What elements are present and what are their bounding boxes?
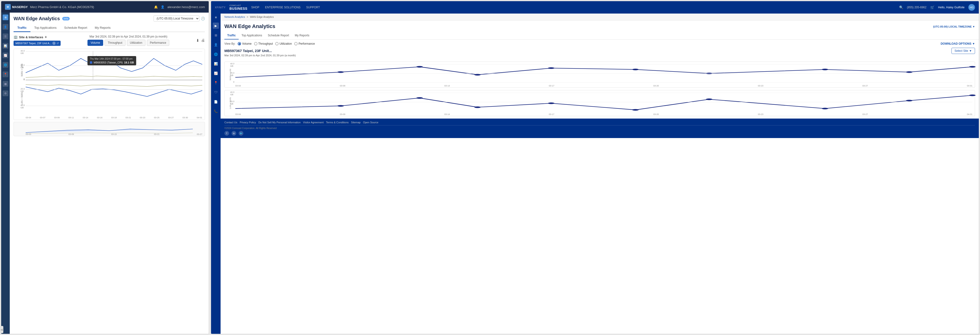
add-interface-icon[interactable]: + (45, 35, 47, 39)
chart-tooltip: Thu Mar 14th 2024 07:00 pm - 07:00 pm MB… (88, 56, 136, 65)
svg-point-12 (474, 106, 481, 108)
radio-volume[interactable]: Volume (238, 42, 251, 45)
linkedin-icon[interactable]: in (232, 131, 236, 136)
sidebar-icon-chart[interactable]: 📊 (3, 43, 8, 49)
chart-controls: Mar 3rd 2024, 02:39 pm to Apr 2nd 2024, … (88, 35, 169, 46)
masergy-logo-text: MASERGY (12, 5, 28, 9)
footer-visitor[interactable]: Visitor Agreement (303, 121, 324, 124)
sidebar-icon-network[interactable]: 🌐 (3, 62, 8, 68)
download-options-btn[interactable]: DOWNLOAD OPTIONS ▼ (940, 42, 975, 45)
rsi-user-icon[interactable]: 👤 (213, 41, 219, 48)
user-email: alexander.hess@merz.com (167, 5, 205, 9)
print-icon[interactable]: 🖨 (201, 38, 205, 43)
view-by-label: View By: (224, 42, 235, 45)
sidebar-icon-list[interactable]: ☰ (3, 33, 8, 39)
right-tab-traffic[interactable]: Traffic (224, 32, 239, 40)
x-label-0304: 03-04 (25, 116, 31, 119)
clock-icon[interactable]: 🕐 (201, 17, 205, 21)
right-timezone[interactable]: (UTC-05:00) LOCAL TIMEZONE ▼ (933, 25, 975, 28)
rsi-shield-icon[interactable]: 🛡 (213, 89, 219, 95)
tooltip-value: 18.1 GB (124, 61, 134, 64)
x-label-0314: 03-14 (83, 116, 88, 119)
bell-icon[interactable]: 🔔 (154, 5, 158, 9)
site-interfaces-panel: 🏢 Site & Interfaces + MB597367 Taipei, 2… (14, 35, 60, 46)
view-utilization-btn[interactable]: Utilization (127, 40, 145, 46)
sidebar-icon-gear[interactable]: ⚙ (3, 90, 8, 96)
svg-point-15 (706, 98, 712, 100)
rb-x-0309: 03-09 (340, 113, 345, 116)
reset-icon[interactable]: ↺ (57, 42, 59, 45)
x-label-0401: 04-01 (197, 116, 202, 119)
tab-my-reports[interactable]: My Reports (91, 24, 115, 32)
radio-throughput-circle[interactable] (254, 42, 258, 45)
rsi-chart-icon[interactable]: 📈 (213, 70, 219, 76)
radio-volume-circle[interactable] (238, 42, 241, 45)
radio-throughput[interactable]: Throughput (254, 42, 273, 45)
view-throughput-btn[interactable]: Throughput (105, 40, 125, 46)
bottom-chart-svg (25, 82, 202, 106)
view-performance-btn[interactable]: Performance (147, 40, 169, 46)
radio-utilization-circle[interactable] (275, 42, 278, 45)
footer-contact[interactable]: Contact Us (224, 121, 237, 124)
search-icon[interactable]: 🔍 (899, 5, 903, 9)
select-site-btn[interactable]: Select Site ▼ (951, 48, 975, 54)
footer-terms[interactable]: Terms & Conditions (326, 121, 348, 124)
sidebar-icon-location[interactable]: 📍 (3, 71, 8, 77)
radio-utilization[interactable]: Utilization (275, 42, 292, 45)
footer-copyright: ©2024 Comcast Corporation. All Rights Re… (224, 127, 975, 130)
nav-shop[interactable]: SHOP (251, 6, 259, 9)
twitter-icon[interactable]: 🐦 (239, 131, 243, 136)
timezone-select[interactable]: (UTC-05:00) Local Timezone (154, 16, 199, 22)
nav-enterprise[interactable]: ENTERPRISE SOLUTIONS (265, 6, 301, 9)
rsi-analytics-icon[interactable]: 📊 (213, 60, 219, 67)
rsi-phone-icon[interactable]: 📞 (213, 108, 219, 114)
nav-support[interactable]: SUPPORT (306, 6, 320, 9)
rsi-network-icon[interactable]: 🌐 (213, 51, 219, 57)
cart-icon[interactable]: 🛒 (930, 5, 934, 9)
chart-x-labels: 03-04 03-07 03-09 03-11 03-14 03-16 03-1… (25, 116, 202, 119)
phone-number[interactable]: (855) 205-6962 (907, 6, 926, 9)
radio-performance[interactable]: Performance (294, 42, 315, 45)
right-header-row: WAN Edge Analytics (UTC-05:00) LOCAL TIM… (224, 23, 975, 30)
rb-x-0401: 04-01 (967, 113, 972, 116)
right-tab-top-apps[interactable]: Top Applications (239, 32, 265, 40)
svg-point-3 (474, 74, 481, 76)
footer-sitemap[interactable]: Sitemap (351, 121, 361, 124)
footer-do-not-sell[interactable]: Do Not Sell My Personal Information (258, 121, 301, 124)
footer-open-source[interactable]: Open Source (363, 121, 379, 124)
rb-x-0320: 03-20 (654, 113, 659, 116)
device-badge[interactable]: MB597367 Taipei, 23F Unit A... i ↺ (14, 41, 60, 46)
right-tab-my-reports[interactable]: My Reports (292, 32, 312, 40)
rsi-dashboard-icon[interactable]: ⊞ (213, 32, 219, 38)
tab-traffic[interactable]: Traffic (14, 24, 30, 32)
tab-schedule-report[interactable]: Schedule Report (60, 24, 91, 32)
comcast-logo-top: COMCAST (229, 4, 241, 6)
expand-sidebar-icon[interactable]: ≡ (215, 16, 217, 19)
footer-privacy[interactable]: Privacy Policy (240, 121, 256, 124)
grid-label-20gb-bottom: 20.0 GB (21, 88, 25, 92)
x-label-0309: 03-09 (54, 116, 60, 119)
breadcrumb-parent[interactable]: Network Analytics (224, 16, 245, 18)
tooltip-label: MB683053 (Taiwan_CPI) (94, 61, 123, 64)
download-icon[interactable]: ⬇ (196, 38, 199, 43)
tab-top-applications[interactable]: Top Applications (30, 24, 60, 32)
info-icon[interactable]: i (52, 41, 56, 45)
rsi-location-icon[interactable]: 📍 (213, 79, 219, 86)
sidebar-icon-analytics[interactable]: 📈 (3, 52, 8, 58)
view-volume-btn[interactable]: Volume (88, 40, 103, 46)
right-tab-schedule-report[interactable]: Schedule Report (265, 32, 292, 40)
sidebar-icon-user[interactable]: 👤 (3, 24, 8, 30)
radio-volume-label: Volume (242, 42, 251, 45)
facebook-icon[interactable]: f (224, 131, 229, 136)
x-label-0316: 03-16 (97, 116, 102, 119)
comcast-business-logo: COMCAST BUSINESS (229, 4, 247, 10)
rsi-expand-icon[interactable]: ▶ (213, 22, 219, 29)
user-icon[interactable]: 👤 (161, 5, 164, 9)
user-avatar[interactable]: HG (968, 4, 975, 11)
rt-x-0304: 03-04 (235, 84, 241, 87)
rsi-document-icon[interactable]: 📄 (213, 98, 219, 105)
sidebar-icon-home[interactable]: ⊞ (3, 14, 8, 20)
radio-performance-circle[interactable] (294, 42, 298, 45)
tooltip-color-dot (90, 61, 92, 64)
sidebar-icon-bar[interactable]: ▦ (3, 81, 8, 87)
